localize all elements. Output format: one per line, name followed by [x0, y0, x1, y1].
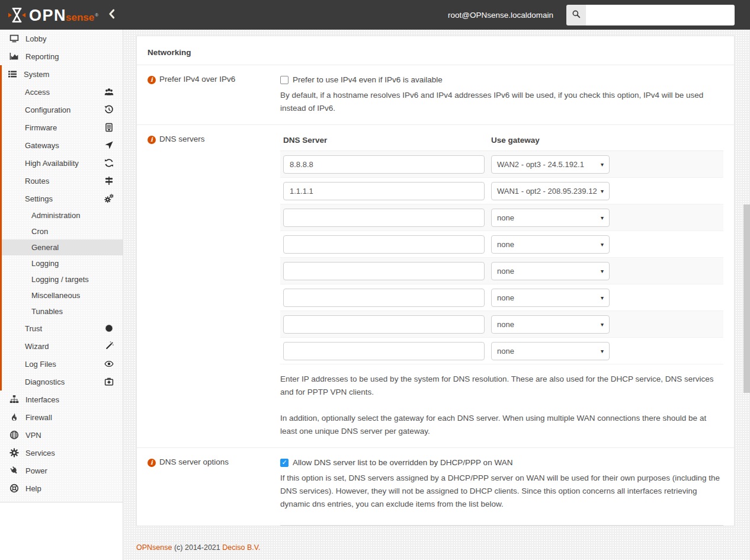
footer-copyright: (c) 2014-2021 [172, 543, 222, 552]
dns-server-input[interactable] [283, 342, 485, 360]
brand-registered-mark: ® [95, 7, 98, 24]
dns-gateway-select[interactable]: WAN2 - opt3 - 24.5.192.1▾ [491, 155, 610, 174]
sidebar-item-logging-targets[interactable]: Logging / targets [2, 271, 123, 287]
sidebar-item-settings[interactable]: Settings [2, 190, 123, 207]
sidebar-collapse-button[interactable] [108, 9, 121, 21]
caret-down-icon: ▾ [601, 188, 604, 194]
sidebar-item-label: Diagnostics [25, 377, 65, 386]
field-control: ✓ Allow DNS server list to be overridden… [280, 456, 723, 526]
dns-server-input[interactable] [283, 315, 485, 334]
info-icon[interactable]: i [148, 459, 156, 467]
dns-server-input[interactable] [283, 209, 485, 227]
area-chart-icon [9, 52, 20, 61]
sidebar-item-power[interactable]: Power [0, 462, 123, 479]
sidebar-item-services[interactable]: Services [0, 444, 123, 462]
dns-override-checkbox[interactable]: ✓ [280, 459, 289, 467]
main-area: Networking i Prefer IPv4 over IPv6 ✓ Pre… [124, 30, 750, 560]
sidebar-item-lobby[interactable]: Lobby [0, 30, 123, 47]
certificate-icon [104, 324, 114, 333]
sidebar-item-log-files[interactable]: Log Files [2, 355, 123, 373]
sidebar-item-label: Lobby [25, 34, 46, 43]
sidebar-item-vpn[interactable]: VPN [0, 426, 123, 444]
sidebar: LobbyReportingSystemAccessConfigurationF… [0, 30, 123, 560]
sidebar-item-reporting[interactable]: Reporting [0, 47, 123, 65]
sidebar-item-label: Miscellaneous [31, 291, 80, 300]
dns-gateway-value: none [497, 320, 514, 329]
brand-text-opn: OPN [29, 7, 66, 24]
sidebar-item-gateways[interactable]: Gateways [2, 136, 123, 154]
sidebar-item-trust[interactable]: Trust [2, 319, 123, 337]
sidebar-item-wizard[interactable]: Wizard [2, 337, 123, 355]
dns-gateway-select[interactable]: none▾ [491, 235, 610, 254]
dns-server-input[interactable] [283, 155, 485, 174]
scrollbar-thumb[interactable] [743, 204, 750, 393]
caret-down-icon: ▾ [601, 215, 604, 221]
sidebar-item-tunables[interactable]: Tunables [2, 303, 123, 319]
sidebar-item-system[interactable]: System [2, 65, 123, 83]
section-title: Networking [137, 36, 734, 65]
caret-down-icon: ▾ [601, 321, 604, 328]
history-icon [104, 105, 114, 114]
sidebar-item-cron[interactable]: Cron [2, 223, 123, 239]
dns-servers-label: DNS servers [159, 135, 205, 143]
dns-server-input[interactable] [283, 289, 485, 307]
sidebar-item-label: System [24, 70, 49, 79]
dns-gateway-select[interactable]: none▾ [491, 289, 610, 307]
field-control: DNS Server Use gateway WAN2 - opt3 - 24.… [280, 133, 723, 438]
scrollbar-track[interactable] [743, 30, 750, 560]
sidebar-item-label: Settings [25, 194, 53, 203]
opnsense-footer-link[interactable]: OPNsense [136, 543, 172, 552]
sidebar-item-help[interactable]: Help [0, 479, 123, 497]
search-icon [572, 9, 581, 21]
sidebar-item-label: Firmware [25, 123, 57, 132]
dns-server-input[interactable] [283, 235, 485, 254]
sidebar-item-firmware[interactable]: Firmware [2, 119, 123, 136]
use-gateway-column-header: Use gateway [491, 136, 540, 145]
sidebar-item-label: Cron [31, 227, 48, 236]
info-icon[interactable]: i [148, 136, 156, 144]
prefer-ipv4-checkbox[interactable]: ✓ [280, 76, 289, 84]
dns-gateway-select[interactable]: WAN1 - opt2 - 208.95.239.12▾ [491, 182, 610, 200]
dns-gateway-value: WAN1 - opt2 - 208.95.239.12 [497, 187, 597, 196]
dns-gateway-select[interactable]: none▾ [491, 209, 610, 227]
dns-server-input[interactable] [283, 262, 485, 280]
sidebar-item-configuration[interactable]: Configuration [2, 101, 123, 119]
dns-server-input[interactable] [283, 182, 485, 200]
sidebar-item-label: Logging [31, 259, 59, 268]
sidebar-item-routes[interactable]: Routes [2, 172, 123, 190]
sidebar-item-high-availability[interactable]: High Availability [2, 154, 123, 172]
dns-gateway-value: WAN2 - opt3 - 24.5.192.1 [497, 160, 584, 169]
prefer-ipv4-help: By default, if a hostname resolves IPv6 … [280, 89, 723, 115]
sidebar-item-logging[interactable]: Logging [2, 255, 123, 271]
dns-gateway-select[interactable]: none▾ [491, 342, 610, 360]
sidebar-item-interfaces[interactable]: Interfaces [0, 391, 123, 408]
deciso-footer-link[interactable]: Deciso B.V. [222, 543, 260, 552]
dns-gateway-select[interactable]: none▾ [491, 315, 610, 334]
sidebar-item-general[interactable]: General [2, 239, 123, 255]
search-button[interactable] [566, 5, 586, 25]
sidebar-item-label: High Availability [25, 159, 79, 168]
field-label: i DNS server options [148, 456, 280, 526]
dns-servers-help-1: Enter IP addresses to be used by the sys… [280, 373, 723, 399]
sidebar-item-label: Gateways [25, 141, 59, 150]
sidebar-item-firewall[interactable]: Firewall [0, 408, 123, 426]
opnsense-logo[interactable]: OPNsense® [0, 6, 108, 24]
dns-server-row: none▾ [280, 284, 723, 311]
dns-gateway-select[interactable]: none▾ [491, 262, 610, 280]
desktop-icon [9, 34, 20, 43]
header-search [566, 5, 735, 25]
caret-down-icon: ▾ [601, 295, 604, 301]
map-signs-icon [104, 176, 114, 185]
sidebar-item-diagnostics[interactable]: Diagnostics [2, 373, 123, 391]
sidebar-item-miscellaneous[interactable]: Miscellaneous [2, 287, 123, 303]
info-icon[interactable]: i [148, 76, 156, 84]
logged-in-user: root@OPNsense.localdomain [448, 11, 553, 20]
medkit-icon [104, 377, 114, 386]
dns-gateway-value: none [497, 347, 514, 356]
sidebar-item-access[interactable]: Access [2, 83, 123, 101]
search-input[interactable] [586, 5, 735, 25]
caret-down-icon: ▾ [601, 348, 604, 354]
sidebar-item-administration[interactable]: Administration [2, 207, 123, 223]
form-row-prefer-ipv4: i Prefer IPv4 over IPv6 ✓ Prefer to use … [137, 65, 734, 125]
prefer-ipv4-label: Prefer IPv4 over IPv6 [159, 75, 235, 84]
